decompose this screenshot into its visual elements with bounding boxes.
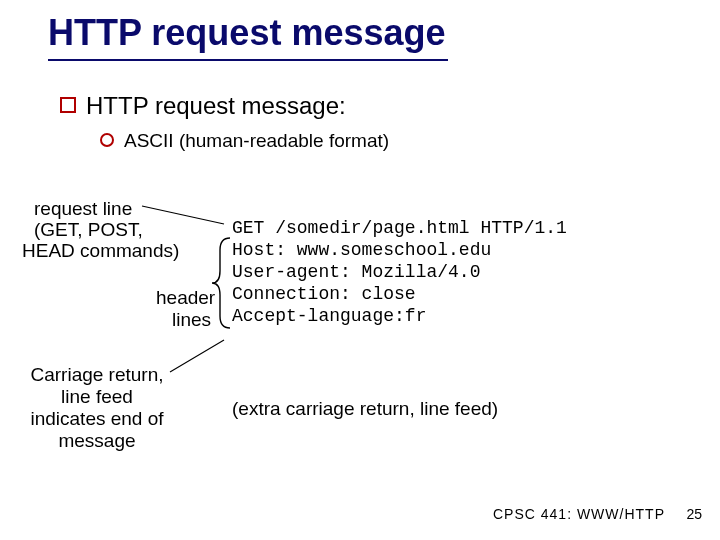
label-crlf: Carriage return, line feed indicates end… (22, 364, 172, 451)
bullet-level-2: ASCII (human-readable format) (100, 130, 389, 152)
http-line-4: Connection: close (232, 284, 416, 304)
footer-course: CPSC 441: WWW/HTTP (493, 506, 665, 522)
http-line-2: Host: www.someschool.edu (232, 240, 491, 260)
svg-line-0 (142, 206, 224, 224)
arrow-crlf (170, 340, 240, 400)
page-number: 25 (686, 506, 702, 522)
slide: HTTP request message HTTP request messag… (0, 0, 720, 540)
circle-bullet-icon (100, 133, 114, 147)
label-request-line-3: HEAD commands) (22, 240, 179, 262)
label-request-line-2: (GET, POST, (34, 219, 143, 241)
bullet-level-1: HTTP request message: (60, 92, 346, 120)
http-line-5: Accept-language:fr (232, 306, 426, 326)
label-header-2: lines (172, 309, 211, 331)
svg-line-1 (170, 340, 224, 372)
title-underline (48, 59, 448, 61)
http-line-3: User-agent: Mozilla/4.0 (232, 262, 480, 282)
label-request-line-1: request line (34, 198, 132, 220)
arrow-request-line (142, 206, 232, 236)
bullet-2-text: ASCII (human-readable format) (124, 130, 389, 151)
label-extra-crlf: (extra carriage return, line feed) (232, 398, 498, 420)
http-line-1: GET /somedir/page.html HTTP/1.1 (232, 218, 567, 238)
bracket-header-lines (216, 238, 238, 328)
square-bullet-icon (60, 97, 76, 113)
label-header-1: header (156, 287, 215, 309)
bullet-1-text: HTTP request message: (86, 92, 346, 119)
slide-title: HTTP request message (48, 12, 446, 54)
